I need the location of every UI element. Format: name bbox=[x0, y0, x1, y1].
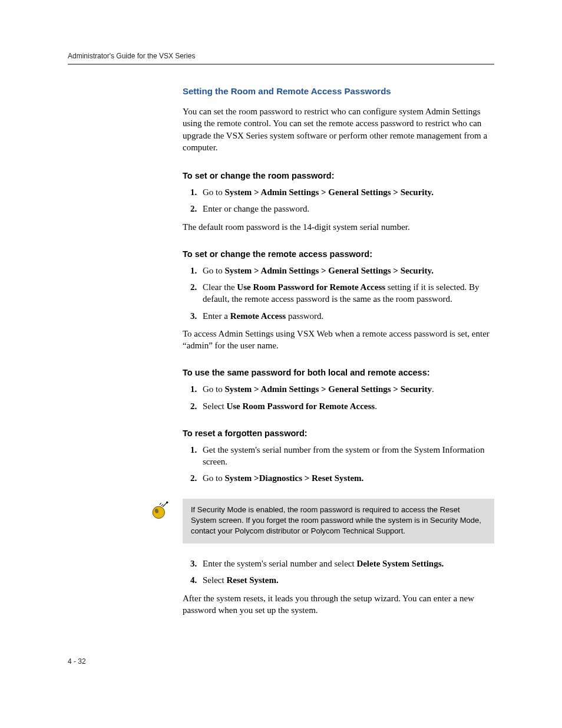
procedure-steps: Go to System > Admin Settings > General … bbox=[183, 383, 494, 412]
page-number: 4 - 32 bbox=[68, 657, 494, 666]
step-text: password. bbox=[286, 311, 323, 321]
document-page: Administrator's Guide for the VSX Series… bbox=[0, 0, 562, 707]
svg-point-3 bbox=[166, 501, 168, 503]
setting-name: Remote Access bbox=[230, 311, 286, 321]
procedure-title: To use the same password for both local … bbox=[183, 368, 494, 377]
procedure-steps: Go to System > Admin Settings > General … bbox=[183, 265, 494, 322]
step: Enter the system's serial number and sel… bbox=[199, 558, 494, 569]
procedure-note: After the system resets, it leads you th… bbox=[183, 592, 494, 617]
step: Go to System > Admin Settings > General … bbox=[199, 186, 494, 198]
step-text: Select bbox=[203, 575, 226, 585]
procedure-title: To set or change the remote access passw… bbox=[183, 249, 494, 259]
step: Go to System > Admin Settings > General … bbox=[199, 383, 494, 395]
note-text: If Security Mode is enabled, the room pa… bbox=[183, 499, 494, 544]
setting-name: Use Room Password for Remote Access bbox=[226, 401, 375, 411]
step: Go to System > Admin Settings > General … bbox=[199, 265, 494, 276]
step-text: Enter a bbox=[203, 311, 230, 321]
procedure-title: To set or change the room password: bbox=[183, 171, 494, 180]
step-text: Go to bbox=[203, 266, 225, 275]
step: Select Use Room Password for Remote Acce… bbox=[199, 400, 494, 412]
step: Enter a Remote Access password. bbox=[199, 310, 494, 322]
procedure-steps: Go to System > Admin Settings > General … bbox=[183, 186, 494, 215]
nav-path: System >Diagnostics > Reset System. bbox=[225, 473, 364, 483]
running-header: Administrator's Guide for the VSX Series bbox=[68, 52, 494, 60]
step-text: Enter the system's serial number and sel… bbox=[203, 559, 356, 568]
setting-name: Delete System Settings. bbox=[356, 559, 444, 568]
note-block: If Security Mode is enabled, the room pa… bbox=[146, 499, 494, 544]
intro-paragraph: You can set the room password to restric… bbox=[183, 106, 494, 153]
note-icon bbox=[150, 500, 170, 520]
procedure-title: To reset a forgotten password: bbox=[183, 429, 494, 438]
section-heading: Setting the Room and Remote Access Passw… bbox=[183, 86, 494, 96]
procedure-steps: Get the system's serial number from the … bbox=[183, 444, 494, 485]
step-text: Go to bbox=[203, 384, 225, 394]
svg-line-5 bbox=[161, 504, 163, 506]
nav-path: System > Admin Settings > General Settin… bbox=[225, 384, 432, 394]
nav-path: System > Admin Settings > General Settin… bbox=[225, 266, 434, 275]
setting-name: Use Room Password for Remote Access bbox=[237, 282, 385, 292]
step-text: . bbox=[375, 401, 377, 411]
step-text: Clear the bbox=[203, 282, 237, 292]
procedure-note: The default room password is the 14-digi… bbox=[183, 221, 494, 233]
step-text: . bbox=[432, 384, 434, 394]
procedure-steps-continued: Enter the system's serial number and sel… bbox=[183, 558, 494, 587]
step: Select Reset System. bbox=[199, 574, 494, 586]
step-text: Select bbox=[203, 401, 226, 411]
step: Enter or change the password. bbox=[199, 203, 494, 215]
step: Go to System >Diagnostics > Reset System… bbox=[199, 472, 494, 484]
setting-name: Reset System. bbox=[226, 575, 278, 585]
header-rule bbox=[68, 64, 494, 65]
step-text: Go to bbox=[203, 473, 225, 483]
procedure-note: To access Admin Settings using VSX Web w… bbox=[183, 328, 494, 352]
svg-line-2 bbox=[163, 503, 167, 507]
svg-line-4 bbox=[160, 503, 161, 505]
step-text: Go to bbox=[203, 187, 225, 197]
step: Clear the Use Room Password for Remote A… bbox=[199, 281, 494, 305]
nav-path: System > Admin Settings > General Settin… bbox=[225, 187, 434, 197]
step: Get the system's serial number from the … bbox=[199, 444, 494, 468]
body-column: Setting the Room and Remote Access Passw… bbox=[183, 86, 494, 616]
svg-point-0 bbox=[153, 506, 164, 518]
